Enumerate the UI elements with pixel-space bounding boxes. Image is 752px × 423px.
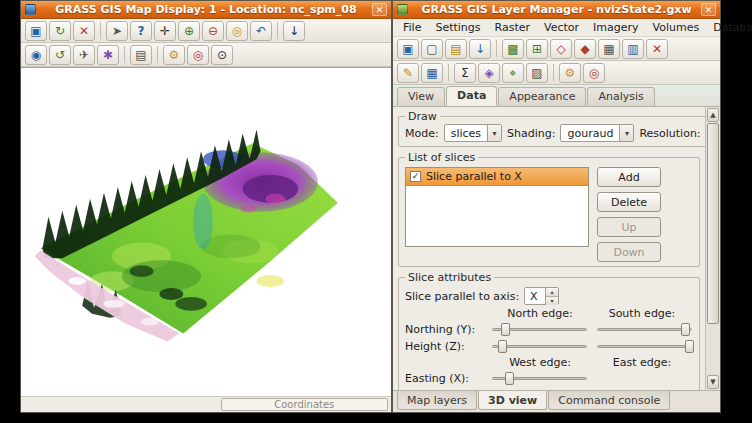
dropdown-arrow-icon[interactable]: ▾: [487, 125, 501, 141]
pan-button[interactable]: ✛: [154, 21, 176, 41]
slices-list[interactable]: ✓ Slice parallel to X: [405, 167, 589, 247]
northing-north-slider[interactable]: [491, 322, 588, 337]
quit-button[interactable]: ⊙: [211, 45, 233, 65]
scrollbar-thumb[interactable]: [707, 123, 719, 324]
map-composer-icon: ▤: [135, 49, 146, 61]
add-overlay-button[interactable]: ▥: [622, 39, 644, 59]
tab-analysis[interactable]: Analysis: [587, 87, 654, 106]
easting-west-slider[interactable]: [491, 371, 588, 386]
tab-command-console[interactable]: Command console: [548, 391, 670, 410]
map-3d-canvas[interactable]: [21, 67, 391, 396]
remove-layer-button[interactable]: ✕: [646, 39, 668, 59]
slider-thumb[interactable]: [685, 340, 694, 353]
add-vector-button[interactable]: ◇: [550, 39, 572, 59]
menu-vector[interactable]: Vector: [537, 19, 586, 36]
scroll-up-icon[interactable]: ▲: [707, 108, 719, 122]
vertical-scrollbar[interactable]: ▲ ▼: [705, 107, 720, 390]
attribute-table-button[interactable]: ▦: [421, 63, 443, 83]
start-display-button[interactable]: ▣: [397, 39, 419, 59]
shading-label: Shading:: [507, 127, 555, 140]
toolbar-separator: [496, 40, 497, 57]
slice-checkbox[interactable]: ✓: [410, 171, 421, 182]
shading-select[interactable]: gouraud ▾: [560, 124, 634, 142]
georectify-button[interactable]: ⌖: [502, 63, 524, 83]
axis-select[interactable]: X ▴ ▾: [524, 287, 559, 305]
fly-through-button[interactable]: ✈: [73, 45, 95, 65]
new-workspace-button[interactable]: ▢: [421, 39, 443, 59]
add-vector-layers-button[interactable]: ◆: [574, 39, 596, 59]
zoom-out-button[interactable]: ⊖: [202, 21, 224, 41]
add-raster-icon: ▩: [507, 43, 518, 55]
mode-select[interactable]: slices ▾: [444, 124, 502, 142]
menu-raster[interactable]: Raster: [488, 19, 537, 36]
menu-imagery[interactable]: Imagery: [586, 19, 645, 36]
tab-3d-view[interactable]: 3D view: [478, 391, 547, 410]
map-display-titlebar[interactable]: GRASS GIS Map Display: 1 - Location: nc_…: [21, 1, 391, 19]
slider-thumb[interactable]: [505, 372, 514, 385]
menu-database[interactable]: Database: [706, 19, 752, 36]
map-composer-button[interactable]: ▤: [130, 45, 152, 65]
menu-volumes[interactable]: Volumes: [646, 19, 707, 36]
add-group-button[interactable]: ▦: [598, 39, 620, 59]
close-button[interactable]: ✕: [372, 3, 387, 16]
tab-appearance[interactable]: Appearance: [498, 87, 586, 106]
image-classification-button[interactable]: ▨: [526, 63, 548, 83]
pointer-button[interactable]: ➤: [106, 21, 128, 41]
menu-file[interactable]: File: [396, 19, 428, 36]
tab-data[interactable]: Data: [446, 86, 497, 106]
edit-vector-button[interactable]: ✎: [397, 63, 419, 83]
dropdown-arrow-icon[interactable]: ▾: [619, 125, 633, 141]
northing-south-slider[interactable]: [596, 322, 693, 337]
spin-down-icon[interactable]: ▾: [546, 297, 558, 305]
settings-button[interactable]: ⚙: [559, 63, 581, 83]
settings-button[interactable]: ⚙: [163, 45, 185, 65]
render-map-button[interactable]: ↻: [49, 21, 71, 41]
settings-icon: ⚙: [169, 49, 180, 61]
slice-attributes-legend: Slice attributes: [405, 271, 494, 284]
tab-map-layers[interactable]: Map layers: [397, 391, 477, 410]
zoom-in-button[interactable]: ⊕: [178, 21, 200, 41]
add-button[interactable]: Add: [597, 167, 661, 187]
save-display-icon: ↓: [289, 25, 299, 37]
open-workspace-button[interactable]: ▤: [445, 39, 467, 59]
display-map-button[interactable]: ▣: [25, 21, 47, 41]
scroll-down-icon[interactable]: ▼: [707, 375, 719, 389]
add-raster-button[interactable]: ▩: [502, 39, 524, 59]
slider-thumb[interactable]: [681, 323, 690, 336]
scrollbar-track[interactable]: [706, 123, 720, 374]
data-tab-panel: Draw Mode: slices ▾ Shading: gouraud ▾ R…: [393, 107, 705, 390]
view-control-button[interactable]: ◉: [25, 45, 47, 65]
close-button[interactable]: ✕: [701, 3, 716, 16]
height-top-slider[interactable]: [596, 339, 693, 354]
add-raster-layers-button[interactable]: ⊞: [526, 39, 548, 59]
raster-calculator-button[interactable]: Σ: [454, 63, 476, 83]
zoom-extent-button[interactable]: ◎: [226, 21, 248, 41]
erase-display-icon: ✕: [79, 25, 89, 37]
save-workspace-button[interactable]: ↓: [469, 39, 491, 59]
up-button[interactable]: Up: [597, 217, 661, 237]
delete-button[interactable]: Delete: [597, 192, 661, 212]
easting-label: Easting (X):: [405, 372, 483, 385]
rotate-3d-button[interactable]: ↺: [49, 45, 71, 65]
help-button[interactable]: ◎: [583, 63, 605, 83]
layer-manager-titlebar[interactable]: GRASS GIS Layer Manager - nvizState2.gxw…: [393, 1, 720, 19]
help-icon: ◎: [193, 49, 203, 61]
tab-view[interactable]: View: [397, 87, 445, 106]
list-item[interactable]: ✓ Slice parallel to X: [406, 168, 588, 186]
spin-up-icon[interactable]: ▴: [546, 288, 558, 297]
save-display-button[interactable]: ↓: [283, 21, 305, 41]
zoom-back-button[interactable]: ↶: [250, 21, 272, 41]
help-button[interactable]: ◎: [187, 45, 209, 65]
menu-settings[interactable]: Settings: [428, 19, 487, 36]
start-display-icon: ▣: [402, 43, 413, 55]
height-bottom-slider[interactable]: [491, 339, 588, 354]
georectify-icon: ⌖: [510, 67, 517, 79]
add-raster-layers-icon: ⊞: [532, 43, 542, 55]
down-button[interactable]: Down: [597, 242, 661, 262]
nviz-tools-button[interactable]: ✱: [97, 45, 119, 65]
query-button[interactable]: ?: [130, 21, 152, 41]
graphical-modeler-button[interactable]: ◈: [478, 63, 500, 83]
erase-display-button[interactable]: ✕: [73, 21, 95, 41]
slider-thumb[interactable]: [501, 323, 510, 336]
slider-thumb[interactable]: [498, 340, 507, 353]
